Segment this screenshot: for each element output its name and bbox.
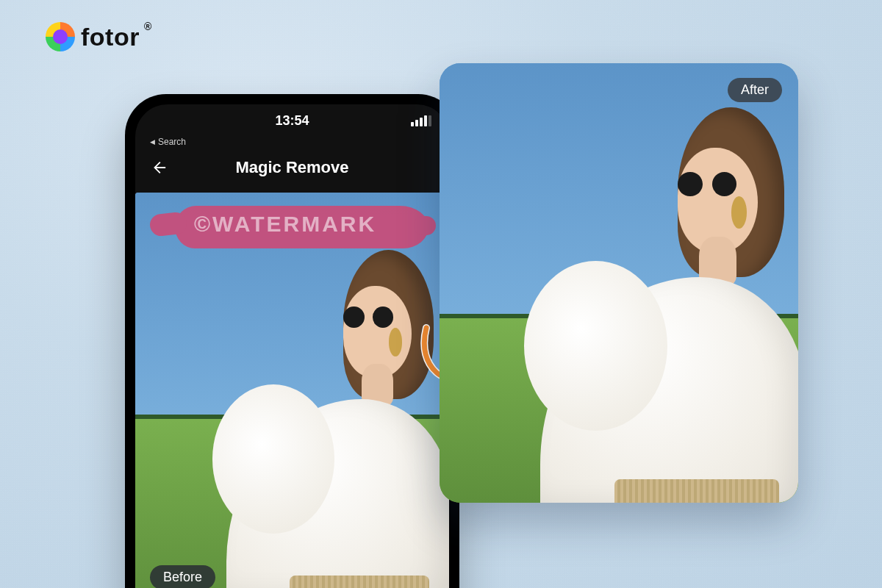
app-navbar: Magic Remove [135,147,449,188]
phone-screen: 13:54 ◀ Search Magic Remove [135,104,449,588]
breadcrumb-label: Search [158,137,186,147]
phone-mockup: 13:54 ◀ Search Magic Remove [125,94,459,588]
after-badge: After [728,78,782,102]
status-time: 13:54 [212,113,373,129]
sunglasses-icon [343,306,393,328]
signal-bars-icon [373,115,431,126]
before-badge: Before [150,565,215,588]
chevron-left-icon: ◀ [150,138,155,146]
pinwheel-icon [46,22,75,51]
screen-title: Magic Remove [148,158,436,177]
subject-person [540,107,798,503]
breadcrumb-back[interactable]: ◀ Search [135,137,449,147]
editor-canvas[interactable]: ©WATERMARK Before [135,193,449,588]
brand-logo: fotor ® [46,22,153,51]
registered-mark: ® [144,21,151,32]
after-result-card: After [440,63,798,503]
watermark-text: ©WATERMARK [194,212,420,237]
brand-name: fotor [81,23,140,51]
subject-person [226,250,449,588]
sunglasses-icon [678,172,736,196]
status-bar: 13:54 [135,104,449,137]
